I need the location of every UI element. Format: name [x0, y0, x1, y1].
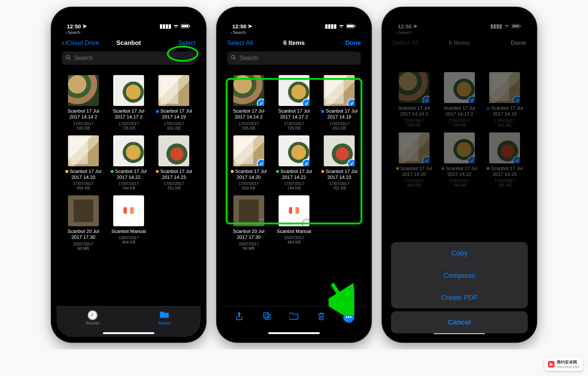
- svg-rect-7: [355, 25, 355, 27]
- file-item[interactable]: Scanbot 17 Jul 2017 14.1917/07/2017651 K…: [318, 75, 361, 130]
- file-item[interactable]: Scanbot 17 Jul 2017 14.2317/07/2017761 K…: [153, 135, 196, 191]
- check-icon: [347, 159, 355, 166]
- back-button[interactable]: ‹ iCloud Drive: [62, 38, 99, 48]
- file-item[interactable]: Scanbot 17 Jul 2017 14.2217/07/2017744 K…: [107, 135, 150, 191]
- file-item[interactable]: Scanbot 20 Jul 2017 17.3020/07/201780 MB: [227, 195, 270, 251]
- file-item[interactable]: Scanbot Manual10/07/2017494 KB: [272, 195, 315, 251]
- more-button[interactable]: •••: [343, 312, 354, 323]
- check-icon: [513, 96, 520, 103]
- file-name: Scanbot 17 Jul 2017 14.19: [153, 108, 196, 120]
- battery-icon: [181, 23, 190, 29]
- file-item[interactable]: Scanbot 17 Jul 2017 14.14 217/07/2017595…: [62, 75, 105, 130]
- file-item[interactable]: Scanbot 17 Jul 2017 14.2017/07/2017650 K…: [227, 135, 270, 191]
- file-date: 17/07/2017: [62, 181, 105, 186]
- tab-browse[interactable]: Browse: [129, 310, 201, 325]
- check-icon: [257, 99, 264, 106]
- file-item[interactable]: Scanbot 17 Jul 2017 14.2017/07/2017650 K…: [392, 132, 435, 188]
- tab-recents[interactable]: 🕘 Recents: [57, 310, 129, 325]
- duplicate-button[interactable]: [261, 312, 272, 323]
- done-button[interactable]: Done: [345, 39, 361, 47]
- file-thumbnail: [489, 132, 520, 163]
- file-item[interactable]: Scanbot 17 Jul 2017 14.14 217/07/2017595…: [392, 72, 435, 127]
- action-create-pdf[interactable]: Create PDF: [391, 286, 528, 308]
- file-date: 20/07/2017: [227, 242, 270, 246]
- move-button[interactable]: [288, 312, 300, 322]
- nav-bar: Select All 6 Items Done: [387, 35, 531, 52]
- tag-dot-icon: [65, 170, 68, 173]
- file-item[interactable]: Scanbot Manual10/07/2017494 KB: [107, 195, 150, 251]
- file-date: 17/07/2017: [107, 181, 150, 186]
- delete-button[interactable]: [316, 312, 327, 323]
- file-size: 650 KB: [392, 183, 435, 187]
- file-item[interactable]: Scanbot 17 Jul 2017 14.14 217/07/2017595…: [227, 75, 270, 130]
- unselected-icon: [302, 219, 309, 226]
- done-button[interactable]: Done: [511, 39, 527, 47]
- status-time: 12:50: [67, 23, 81, 29]
- file-name: Scanbot 20 Jul 2017 17.30: [227, 228, 270, 241]
- home-indicator[interactable]: [103, 332, 154, 334]
- back-to-search[interactable]: ‹Search: [222, 30, 366, 35]
- search-input[interactable]: [62, 52, 196, 65]
- action-cancel[interactable]: Cancel: [391, 311, 528, 333]
- file-size: 744 KB: [272, 186, 315, 190]
- file-date: 17/07/2017: [272, 121, 315, 126]
- file-item[interactable]: Scanbot 17 Jul 2017 14.2217/07/2017744 K…: [272, 135, 315, 191]
- search-icon: [65, 55, 71, 61]
- back-to-search[interactable]: ‹Search: [387, 30, 531, 35]
- file-item[interactable]: Scanbot 17 Jul 2017 14.17 217/07/2017726…: [438, 72, 481, 127]
- file-name: Scanbot 17 Jul 2017 14.17 2: [107, 108, 150, 120]
- nav-bar: Select All 6 Items Done: [222, 35, 366, 52]
- file-thumbnail: [444, 132, 475, 163]
- file-date: 17/07/2017: [318, 121, 361, 126]
- file-name: Scanbot 17 Jul 2017 14.17 2: [438, 105, 481, 117]
- file-thumbnail: [68, 135, 99, 166]
- file-thumbnail: [399, 132, 430, 163]
- wifi-icon: [173, 23, 179, 29]
- svg-rect-2: [189, 25, 190, 27]
- file-date: 17/07/2017: [318, 181, 361, 186]
- select-button[interactable]: Select: [178, 39, 196, 47]
- search-input[interactable]: [227, 52, 361, 65]
- file-size: 726 KB: [272, 126, 315, 130]
- tag-dot-icon: [321, 110, 324, 113]
- file-item[interactable]: Scanbot 17 Jul 2017 14.2317/07/2017761 K…: [483, 132, 526, 188]
- file-date: 17/07/2017: [227, 181, 270, 186]
- file-item[interactable]: Scanbot 17 Jul 2017 14.2317/07/2017761 K…: [318, 135, 361, 191]
- action-copy[interactable]: Copy: [391, 242, 528, 264]
- file-name: Scanbot 17 Jul 2017 14.19: [483, 105, 526, 117]
- file-item[interactable]: Scanbot 17 Jul 2017 14.2217/07/2017744 K…: [438, 132, 481, 188]
- tag-dot-icon: [321, 170, 324, 173]
- file-item[interactable]: Scanbot 17 Jul 2017 14.1917/07/2017651 K…: [153, 75, 196, 130]
- action-compress[interactable]: Compress: [391, 264, 528, 286]
- select-all-button[interactable]: Select All: [227, 39, 253, 47]
- file-item[interactable]: Scanbot 17 Jul 2017 14.1917/07/2017651 K…: [483, 72, 526, 127]
- tag-dot-icon: [111, 170, 114, 173]
- file-name: Scanbot 20 Jul 2017 17.30: [62, 228, 105, 241]
- file-date: 17/07/2017: [227, 121, 270, 126]
- file-size: 744 KB: [107, 186, 150, 190]
- phone-3: 12:50➤ ▮▮▮▮ ‹Search Select All 6 Items D…: [382, 7, 537, 342]
- file-item[interactable]: Scanbot 17 Jul 2017 14.2017/07/2017650 K…: [62, 135, 105, 191]
- file-thumbnail: [489, 72, 520, 103]
- select-all-button[interactable]: Select All: [392, 39, 418, 47]
- file-grid: Scanbot 17 Jul 2017 14.14 217/07/2017595…: [57, 68, 201, 251]
- share-button[interactable]: [234, 312, 245, 323]
- file-thumbnail: [324, 75, 355, 106]
- file-name: Scanbot 17 Jul 2017 14.14 2: [227, 108, 270, 120]
- location-icon: ➤: [82, 23, 87, 29]
- file-name: Scanbot 17 Jul 2017 14.22: [107, 169, 150, 181]
- check-icon: [422, 96, 430, 103]
- file-size: 80 MB: [227, 246, 270, 251]
- home-indicator[interactable]: [268, 332, 320, 334]
- back-to-search[interactable]: ‹Search: [57, 30, 201, 35]
- file-item[interactable]: Scanbot 20 Jul 2017 17.3020/07/201780 MB: [62, 195, 105, 251]
- action-sheet: Copy Compress Create PDF Cancel: [391, 242, 528, 333]
- file-size: 595 KB: [227, 126, 270, 130]
- file-date: 17/07/2017: [438, 118, 481, 123]
- notch: [424, 13, 494, 24]
- file-item[interactable]: Scanbot 17 Jul 2017 14.17 217/07/2017726…: [272, 75, 315, 130]
- file-thumbnail: [444, 72, 475, 103]
- file-item[interactable]: Scanbot 17 Jul 2017 14.17 217/07/2017726…: [107, 75, 150, 130]
- file-date: 17/07/2017: [272, 181, 315, 186]
- file-name: Scanbot 17 Jul 2017 14.20: [62, 169, 105, 181]
